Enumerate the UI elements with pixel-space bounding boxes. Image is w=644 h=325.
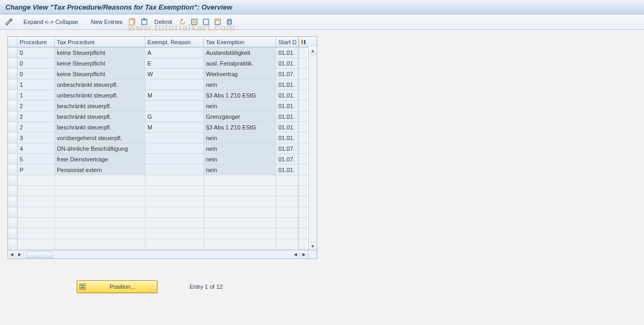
vertical-scrollbar[interactable]: ▲ ▼ [308, 47, 317, 250]
cell[interactable]: 01.01. [276, 90, 299, 100]
cell[interactable]: 01.01. [276, 58, 299, 68]
cell[interactable] [145, 79, 204, 90]
cell-empty[interactable] [145, 197, 204, 207]
cell-empty[interactable] [145, 218, 204, 228]
row-selector[interactable] [8, 122, 18, 132]
col-procedure[interactable]: Procedure [18, 37, 55, 47]
row-selector[interactable] [8, 207, 18, 217]
cell[interactable]: 01.01. [276, 111, 299, 121]
cell-empty[interactable] [55, 218, 145, 228]
deselect-all-icon[interactable] [201, 17, 211, 27]
cell-empty[interactable] [18, 197, 55, 207]
cell[interactable]: 4 [18, 143, 55, 153]
cell[interactable] [145, 143, 204, 153]
cell-empty[interactable] [276, 186, 299, 196]
scroll-down-icon[interactable]: ▼ [309, 242, 317, 250]
undo-icon[interactable] [178, 17, 187, 27]
scroll-left-end-icon[interactable]: ◀ [292, 252, 300, 257]
select-all-icon[interactable] [189, 17, 199, 27]
hscroll-thumb[interactable] [26, 251, 53, 258]
cell-empty[interactable] [55, 186, 145, 196]
cell[interactable]: 5 [18, 154, 55, 164]
row-selector[interactable] [8, 218, 18, 228]
cell-empty[interactable] [55, 239, 145, 249]
cell[interactable]: 2 [18, 101, 55, 111]
col-tax-exemption[interactable]: Tax Exemption [204, 37, 276, 47]
cell[interactable] [145, 165, 204, 175]
cell-empty[interactable] [145, 239, 204, 249]
cell-empty[interactable] [204, 175, 276, 185]
cell-empty[interactable] [204, 197, 276, 207]
cell[interactable]: A [145, 47, 204, 58]
print-icon[interactable] [225, 17, 234, 27]
row-selector[interactable] [8, 239, 18, 249]
row-selector[interactable] [8, 143, 18, 153]
cell[interactable]: 1 [18, 90, 55, 100]
copy-icon[interactable] [128, 17, 137, 27]
horizontal-scrollbar[interactable]: ◀ ▶ ◀ ▶ [8, 250, 317, 258]
cell[interactable] [145, 101, 204, 111]
cell[interactable]: 01.07. [276, 69, 299, 79]
scroll-up-icon[interactable]: ▲ [309, 47, 317, 55]
cell[interactable]: M [145, 90, 204, 100]
cell-empty[interactable] [55, 197, 145, 207]
delimit-button[interactable]: Delimit [151, 19, 176, 25]
row-selector[interactable] [8, 186, 18, 196]
cell[interactable]: 01.01. [276, 122, 299, 132]
row-selector[interactable] [8, 101, 18, 111]
cell-empty[interactable] [18, 207, 55, 217]
cell-empty[interactable] [18, 229, 55, 239]
cell[interactable]: 0 [18, 69, 55, 79]
cell-empty[interactable] [204, 218, 276, 228]
cell-empty[interactable] [204, 229, 276, 239]
row-selector[interactable] [8, 79, 18, 90]
cell[interactable]: 01.01. [276, 133, 299, 143]
cell[interactable]: 1 [18, 79, 55, 90]
row-selector[interactable] [8, 229, 18, 239]
cell[interactable]: 01.01. [276, 165, 299, 175]
cell-empty[interactable] [276, 207, 299, 217]
expand-collapse-button[interactable]: Expand <-> Collapse [20, 19, 81, 25]
cell-empty[interactable] [18, 175, 55, 185]
row-selector[interactable] [8, 175, 18, 185]
cell[interactable]: M [145, 122, 204, 132]
cell[interactable]: W [145, 69, 204, 79]
cell-empty[interactable] [55, 175, 145, 185]
cell[interactable] [145, 133, 204, 143]
cell[interactable]: 01.01. [276, 47, 299, 58]
cell-empty[interactable] [55, 207, 145, 217]
cell[interactable]: 3 [18, 133, 55, 143]
row-selector-header[interactable] [8, 37, 18, 47]
row-selector[interactable] [8, 90, 18, 100]
col-start-date[interactable]: Start D [276, 37, 299, 47]
cell-empty[interactable] [204, 239, 276, 249]
col-tax-procedure[interactable]: Tax Procedure [55, 37, 145, 47]
position-button[interactable]: Position... [77, 280, 158, 293]
cell[interactable]: 01.01. [276, 79, 299, 90]
scroll-right-inner-icon[interactable]: ▶ [16, 252, 24, 257]
row-selector[interactable] [8, 111, 18, 121]
cell-empty[interactable] [204, 207, 276, 217]
cell[interactable]: 0 [18, 47, 55, 58]
scroll-right-icon[interactable]: ▶ [300, 252, 308, 257]
cell[interactable]: 2 [18, 122, 55, 132]
cell[interactable]: 01.07. [276, 154, 299, 164]
scroll-left-icon[interactable]: ◀ [8, 252, 16, 257]
cell[interactable]: 2 [18, 111, 55, 121]
column-settings-icon[interactable] [299, 37, 307, 47]
col-exempt-reason[interactable]: Exempt. Reason [145, 37, 204, 47]
cell-empty[interactable] [145, 186, 204, 196]
row-selector[interactable] [8, 58, 18, 68]
cell[interactable]: 01.07. [276, 143, 299, 153]
cell-empty[interactable] [145, 175, 204, 185]
row-selector[interactable] [8, 165, 18, 175]
cell-empty[interactable] [204, 186, 276, 196]
cell[interactable] [145, 154, 204, 164]
cell-empty[interactable] [276, 229, 299, 239]
cell-empty[interactable] [55, 229, 145, 239]
cell-empty[interactable] [18, 186, 55, 196]
toggle-display-icon[interactable] [4, 17, 14, 27]
cell[interactable]: E [145, 58, 204, 68]
row-selector[interactable] [8, 47, 18, 58]
cell[interactable]: P [18, 165, 55, 175]
